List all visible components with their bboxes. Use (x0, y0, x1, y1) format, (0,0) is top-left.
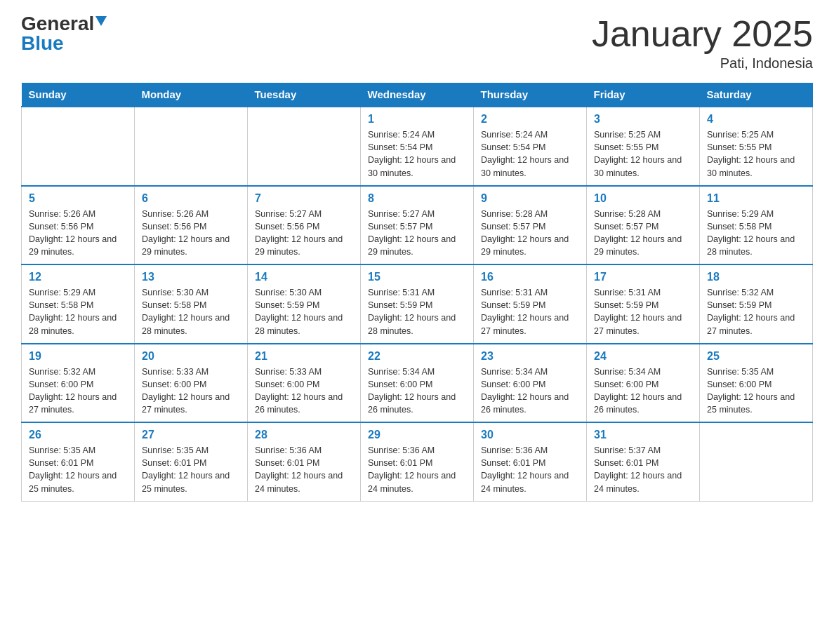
day-number: 21 (255, 350, 353, 363)
day-number: 2 (481, 113, 579, 126)
calendar-day-header: Wednesday (361, 83, 474, 107)
day-info: Sunrise: 5:35 AM Sunset: 6:01 PM Dayligh… (142, 444, 240, 495)
calendar-cell: 6Sunrise: 5:26 AM Sunset: 5:56 PM Daylig… (135, 186, 248, 265)
calendar-header-row: SundayMondayTuesdayWednesdayThursdayFrid… (22, 83, 813, 107)
day-info: Sunrise: 5:34 AM Sunset: 6:00 PM Dayligh… (368, 365, 466, 417)
day-number: 3 (594, 113, 692, 126)
day-number: 20 (142, 350, 240, 363)
location: Pati, Indonesia (592, 55, 813, 72)
calendar-cell: 30Sunrise: 5:36 AM Sunset: 6:01 PM Dayli… (474, 422, 587, 501)
day-info: Sunrise: 5:25 AM Sunset: 5:55 PM Dayligh… (707, 128, 805, 180)
day-number: 1 (368, 113, 466, 126)
day-number: 28 (255, 429, 353, 441)
calendar-day-header: Saturday (700, 83, 813, 107)
day-info: Sunrise: 5:32 AM Sunset: 5:59 PM Dayligh… (707, 286, 805, 337)
day-info: Sunrise: 5:24 AM Sunset: 5:54 PM Dayligh… (368, 128, 466, 180)
calendar-cell: 8Sunrise: 5:27 AM Sunset: 5:57 PM Daylig… (361, 186, 474, 265)
calendar-day-header: Friday (587, 83, 700, 107)
day-number: 9 (481, 192, 579, 205)
calendar-day-header: Thursday (474, 83, 587, 107)
calendar-cell: 13Sunrise: 5:30 AM Sunset: 5:58 PM Dayli… (135, 264, 248, 344)
day-info: Sunrise: 5:31 AM Sunset: 5:59 PM Dayligh… (594, 286, 692, 337)
day-info: Sunrise: 5:34 AM Sunset: 6:00 PM Dayligh… (481, 365, 579, 417)
day-number: 7 (255, 192, 353, 205)
calendar-cell: 23Sunrise: 5:34 AM Sunset: 6:00 PM Dayli… (474, 344, 587, 423)
calendar-cell (248, 107, 361, 186)
day-info: Sunrise: 5:27 AM Sunset: 5:57 PM Dayligh… (368, 208, 466, 259)
calendar-cell: 4Sunrise: 5:25 AM Sunset: 5:55 PM Daylig… (700, 107, 813, 186)
calendar-cell: 17Sunrise: 5:31 AM Sunset: 5:59 PM Dayli… (587, 264, 700, 344)
day-number: 24 (594, 350, 692, 363)
calendar-week-row: 1Sunrise: 5:24 AM Sunset: 5:54 PM Daylig… (22, 107, 813, 186)
calendar-cell: 11Sunrise: 5:29 AM Sunset: 5:58 PM Dayli… (700, 186, 813, 265)
logo: General Blue (21, 14, 107, 53)
day-info: Sunrise: 5:33 AM Sunset: 6:00 PM Dayligh… (255, 365, 353, 417)
day-info: Sunrise: 5:31 AM Sunset: 5:59 PM Dayligh… (481, 286, 579, 337)
day-number: 4 (707, 113, 805, 126)
calendar-cell: 29Sunrise: 5:36 AM Sunset: 6:01 PM Dayli… (361, 422, 474, 501)
day-number: 23 (481, 350, 579, 363)
day-number: 11 (707, 192, 805, 205)
calendar-cell: 24Sunrise: 5:34 AM Sunset: 6:00 PM Dayli… (587, 344, 700, 423)
calendar-cell: 1Sunrise: 5:24 AM Sunset: 5:54 PM Daylig… (361, 107, 474, 186)
day-number: 25 (707, 350, 805, 363)
calendar-cell: 9Sunrise: 5:28 AM Sunset: 5:57 PM Daylig… (474, 186, 587, 265)
day-number: 17 (594, 271, 692, 283)
day-info: Sunrise: 5:24 AM Sunset: 5:54 PM Dayligh… (481, 128, 579, 180)
calendar-week-row: 26Sunrise: 5:35 AM Sunset: 6:01 PM Dayli… (22, 422, 813, 501)
page-header: General Blue January 2025 Pati, Indonesi… (21, 14, 813, 72)
title-area: January 2025 Pati, Indonesia (592, 14, 813, 72)
day-info: Sunrise: 5:30 AM Sunset: 5:58 PM Dayligh… (142, 286, 240, 337)
day-number: 18 (707, 271, 805, 283)
calendar-day-header: Sunday (22, 83, 135, 107)
calendar-cell: 31Sunrise: 5:37 AM Sunset: 6:01 PM Dayli… (587, 422, 700, 501)
calendar-day-header: Monday (135, 83, 248, 107)
day-number: 6 (142, 192, 240, 205)
day-number: 29 (368, 429, 466, 441)
day-info: Sunrise: 5:29 AM Sunset: 5:58 PM Dayligh… (29, 286, 127, 337)
calendar-cell: 12Sunrise: 5:29 AM Sunset: 5:58 PM Dayli… (22, 264, 135, 344)
day-info: Sunrise: 5:28 AM Sunset: 5:57 PM Dayligh… (481, 208, 579, 259)
day-info: Sunrise: 5:35 AM Sunset: 6:01 PM Dayligh… (29, 444, 127, 495)
calendar-cell: 5Sunrise: 5:26 AM Sunset: 5:56 PM Daylig… (22, 186, 135, 265)
calendar-cell: 10Sunrise: 5:28 AM Sunset: 5:57 PM Dayli… (587, 186, 700, 265)
day-number: 31 (594, 429, 692, 441)
day-number: 16 (481, 271, 579, 283)
calendar-cell: 15Sunrise: 5:31 AM Sunset: 5:59 PM Dayli… (361, 264, 474, 344)
calendar-table: SundayMondayTuesdayWednesdayThursdayFrid… (21, 83, 813, 502)
calendar-cell: 2Sunrise: 5:24 AM Sunset: 5:54 PM Daylig… (474, 107, 587, 186)
day-number: 30 (481, 429, 579, 441)
calendar-cell: 16Sunrise: 5:31 AM Sunset: 5:59 PM Dayli… (474, 264, 587, 344)
calendar-cell: 19Sunrise: 5:32 AM Sunset: 6:00 PM Dayli… (22, 344, 135, 423)
logo-blue-text: Blue (21, 34, 64, 53)
day-info: Sunrise: 5:37 AM Sunset: 6:01 PM Dayligh… (594, 444, 692, 495)
calendar-day-header: Tuesday (248, 83, 361, 107)
calendar-cell (135, 107, 248, 186)
calendar-cell: 3Sunrise: 5:25 AM Sunset: 5:55 PM Daylig… (587, 107, 700, 186)
day-number: 5 (29, 192, 127, 205)
day-info: Sunrise: 5:36 AM Sunset: 6:01 PM Dayligh… (481, 444, 579, 495)
calendar-week-row: 12Sunrise: 5:29 AM Sunset: 5:58 PM Dayli… (22, 264, 813, 344)
day-number: 12 (29, 271, 127, 283)
day-info: Sunrise: 5:26 AM Sunset: 5:56 PM Dayligh… (142, 208, 240, 259)
day-info: Sunrise: 5:33 AM Sunset: 6:00 PM Dayligh… (142, 365, 240, 417)
day-info: Sunrise: 5:31 AM Sunset: 5:59 PM Dayligh… (368, 286, 466, 337)
logo-general-text: General (21, 14, 94, 34)
day-number: 26 (29, 429, 127, 441)
day-info: Sunrise: 5:36 AM Sunset: 6:01 PM Dayligh… (368, 444, 466, 495)
day-number: 19 (29, 350, 127, 363)
day-info: Sunrise: 5:25 AM Sunset: 5:55 PM Dayligh… (594, 128, 692, 180)
month-title: January 2025 (592, 14, 813, 54)
calendar-cell: 26Sunrise: 5:35 AM Sunset: 6:01 PM Dayli… (22, 422, 135, 501)
calendar-cell: 14Sunrise: 5:30 AM Sunset: 5:59 PM Dayli… (248, 264, 361, 344)
calendar-cell: 22Sunrise: 5:34 AM Sunset: 6:00 PM Dayli… (361, 344, 474, 423)
calendar-cell: 21Sunrise: 5:33 AM Sunset: 6:00 PM Dayli… (248, 344, 361, 423)
day-number: 15 (368, 271, 466, 283)
day-number: 22 (368, 350, 466, 363)
calendar-cell (22, 107, 135, 186)
day-info: Sunrise: 5:32 AM Sunset: 6:00 PM Dayligh… (29, 365, 127, 417)
calendar-cell: 27Sunrise: 5:35 AM Sunset: 6:01 PM Dayli… (135, 422, 248, 501)
calendar-cell: 7Sunrise: 5:27 AM Sunset: 5:56 PM Daylig… (248, 186, 361, 265)
calendar-week-row: 5Sunrise: 5:26 AM Sunset: 5:56 PM Daylig… (22, 186, 813, 265)
day-info: Sunrise: 5:30 AM Sunset: 5:59 PM Dayligh… (255, 286, 353, 337)
